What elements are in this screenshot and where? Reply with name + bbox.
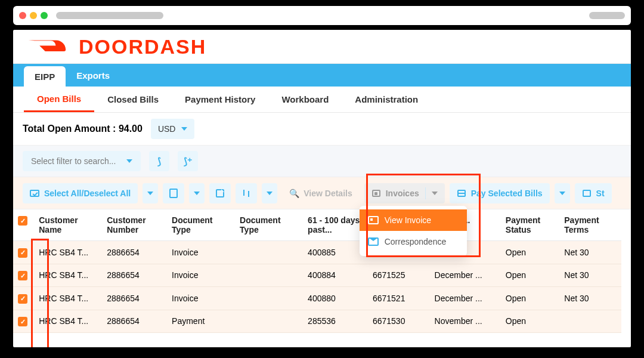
row-checkbox[interactable]: ✓	[18, 294, 27, 304]
status-label: St	[596, 189, 605, 198]
pay-selected-button[interactable]: Pay Selected Bills	[450, 183, 550, 203]
chevron-down-icon	[267, 192, 273, 195]
dropdown-item-correspondence[interactable]: Correspondence	[360, 231, 467, 252]
filter-selector[interactable]: Select filter to search...	[23, 151, 141, 171]
cell-ref: 6671530	[368, 310, 430, 333]
cell-doc-type-2	[235, 264, 303, 287]
row-checkbox[interactable]: ✓	[18, 271, 27, 280]
select-all-button[interactable]: Select All/Deselect All	[23, 183, 138, 203]
view-details-button[interactable]: 🔍 View Details	[282, 183, 359, 203]
cell-doc-type-2	[235, 241, 303, 264]
tab-workboard[interactable]: Workboard	[268, 87, 342, 112]
logo-bar: DOORDASH	[13, 30, 631, 63]
filter-row: Select filter to search... ⟆ ⟆⁺	[13, 145, 631, 177]
sort-dropdown[interactable]	[262, 183, 277, 203]
bills-table-wrap: ✓ Customer Name Customer Number Document…	[13, 209, 631, 333]
select-all-label: Select All/Deselect All	[44, 189, 131, 198]
cell-date: December ...	[430, 287, 501, 310]
cell-customer-number: 2886654	[102, 287, 167, 310]
tab-label: Administration	[355, 94, 418, 104]
pay-selected-label: Pay Selected Bills	[471, 189, 543, 198]
window-close-dot[interactable]	[19, 12, 26, 19]
cell-checkbox[interactable]: ✓	[13, 241, 34, 264]
invoices-button[interactable]: Invoices	[364, 183, 445, 203]
cell-terms: Net 30	[559, 287, 621, 310]
row-checkbox[interactable]: ✓	[18, 248, 27, 258]
secondary-tabs: Open Bills Closed Bills Payment History …	[13, 87, 631, 113]
brand-name: DOORDASH	[79, 35, 206, 58]
table-header-row: ✓ Customer Name Customer Number Document…	[13, 209, 621, 241]
save-button[interactable]	[209, 183, 231, 203]
invoices-button-wrap: Invoices View Invoice Correspondence	[364, 183, 445, 203]
cell-customer-number: 2886654	[102, 264, 167, 287]
col-customer-name[interactable]: Customer Name	[34, 209, 102, 241]
tab-open-bills[interactable]: Open Bills	[24, 87, 94, 112]
chevron-down-icon	[432, 192, 438, 195]
export-button[interactable]	[163, 183, 184, 203]
tab-payment-history[interactable]: Payment History	[172, 87, 268, 112]
dropdown-item-view-invoice[interactable]: View Invoice	[360, 209, 467, 231]
cell-status: Open	[501, 241, 559, 264]
cell-doc-type: Invoice	[167, 241, 235, 264]
status-button[interactable]: St	[575, 183, 612, 203]
cell-customer-name: HRC SB4 T...	[34, 310, 102, 333]
envelope-icon	[368, 237, 379, 246]
select-all-dropdown[interactable]	[143, 183, 158, 203]
chevron-down-icon	[559, 192, 565, 195]
clear-filter-button[interactable]: ⟆	[149, 151, 169, 171]
chevron-down-icon	[147, 192, 153, 195]
cell-customer-name: HRC SB4 T...	[34, 241, 102, 264]
bills-table: ✓ Customer Name Customer Number Document…	[13, 209, 621, 333]
cursor-add-icon: ⟆⁺	[184, 156, 192, 167]
tab-label: Exports	[76, 70, 110, 81]
currency-selector[interactable]: USD	[151, 119, 195, 139]
card-icon	[457, 189, 466, 198]
window-maximize-dot[interactable]	[41, 12, 48, 19]
col-document-type-2[interactable]: Document Type	[235, 209, 303, 241]
pay-selected-dropdown[interactable]	[555, 183, 570, 203]
magnify-icon: 🔍	[289, 189, 299, 198]
amount-label-text: Total Open Amount :	[23, 124, 116, 134]
cell-days-past: 400885	[303, 241, 368, 264]
tab-label: Payment History	[185, 94, 255, 104]
tab-label: Closed Bills	[107, 94, 159, 104]
cell-ref: 6671521	[368, 287, 430, 310]
tab-closed-bills[interactable]: Closed Bills	[94, 87, 172, 112]
cell-days-past: 400884	[303, 264, 368, 287]
list-icon	[582, 189, 592, 198]
cell-doc-type: Invoice	[167, 264, 235, 287]
col-days-past[interactable]: 61 - 100 days past...	[303, 209, 368, 241]
sort-button[interactable]	[236, 183, 257, 203]
cell-date: November ...	[430, 310, 501, 333]
primary-tab-exports[interactable]: Exports	[66, 64, 120, 87]
export-dropdown[interactable]	[189, 183, 205, 203]
apply-filter-button[interactable]: ⟆⁺	[178, 151, 198, 171]
header-checkbox[interactable]: ✓	[18, 216, 27, 226]
table-row[interactable]: ✓HRC SB4 T...2886654Invoice400885mber ..…	[13, 241, 621, 264]
row-checkbox[interactable]: ✓	[18, 317, 27, 326]
cell-checkbox[interactable]: ✓	[13, 287, 34, 310]
currency-value: USD	[158, 124, 176, 134]
col-payment-status[interactable]: Payment Status	[501, 209, 559, 241]
table-row[interactable]: ✓HRC SB4 T...2886654Payment2855366671530…	[13, 310, 621, 333]
cell-terms: Net 30	[559, 241, 621, 264]
cell-date: December ...	[430, 264, 501, 287]
col-payment-terms[interactable]: Payment Terms	[559, 209, 621, 241]
window-minimize-dot[interactable]	[30, 12, 37, 19]
primary-tab-eipp[interactable]: EIPP	[24, 66, 66, 87]
total-open-amount-label: Total Open Amount : 94.00	[23, 124, 143, 134]
cell-doc-type-2	[235, 310, 303, 333]
separator	[425, 187, 426, 199]
col-checkbox[interactable]: ✓	[13, 209, 34, 241]
col-document-type[interactable]: Document Type	[167, 209, 235, 241]
dropdown-label: Correspondence	[385, 237, 447, 246]
sort-icon	[242, 189, 251, 198]
cell-status: Open	[501, 287, 559, 310]
col-customer-number[interactable]: Customer Number	[102, 209, 167, 241]
table-row[interactable]: ✓HRC SB4 T...2886654Invoice4008846671525…	[13, 264, 621, 287]
cell-checkbox[interactable]: ✓	[13, 264, 34, 287]
table-row[interactable]: ✓HRC SB4 T...2886654Invoice4008806671521…	[13, 287, 621, 310]
cell-checkbox[interactable]: ✓	[13, 310, 34, 333]
tab-administration[interactable]: Administration	[342, 87, 431, 112]
cursor-icon: ⟆	[157, 156, 161, 167]
